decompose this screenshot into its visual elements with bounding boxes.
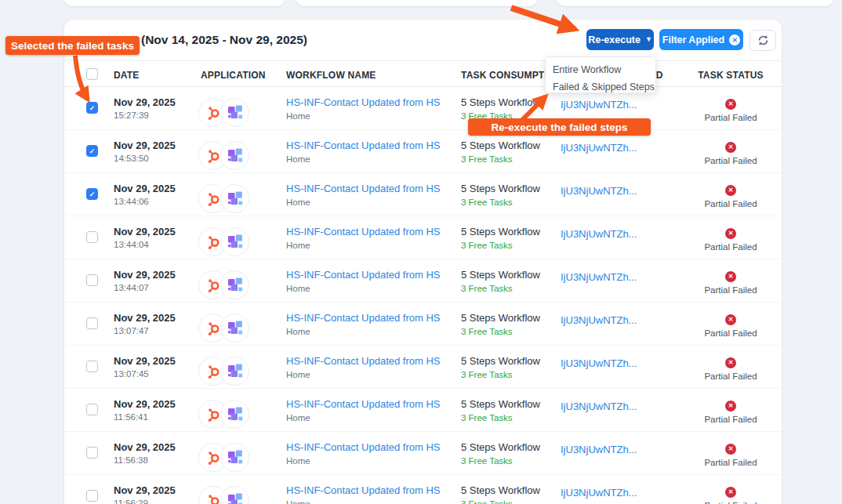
workflow-name-link[interactable]: HS-INF-Contact Updated from HS bbox=[286, 183, 441, 194]
time-text: 11:56:41 bbox=[114, 412, 176, 422]
task-status-cell: ✕ Partial Failed bbox=[691, 354, 770, 381]
task-status-cell: ✕ Partial Failed bbox=[691, 483, 770, 504]
divider bbox=[64, 60, 782, 61]
task-id-link[interactable]: IjU3NjUwNTZh... bbox=[561, 444, 637, 455]
failed-x-icon: ✕ bbox=[725, 142, 736, 153]
workflow-name-link[interactable]: HS-INF-Contact Updated from HS bbox=[286, 96, 441, 108]
date-cell: Nov 29, 2025 13:07:45 bbox=[114, 355, 176, 379]
status-label: Partial Failed bbox=[691, 372, 770, 381]
re-execute-label: Re-execute bbox=[588, 34, 641, 45]
workflow-folder: Home bbox=[286, 499, 441, 504]
task-status-cell: ✕ Partial Failed bbox=[691, 267, 770, 295]
row-checkbox[interactable] bbox=[86, 404, 98, 415]
workflow-name-link[interactable]: HS-INF-Contact Updated from HS bbox=[286, 398, 441, 410]
task-id-link[interactable]: IjU3NjUwNTZh... bbox=[561, 142, 637, 154]
task-id-link[interactable]: IjU3NjUwNTZh... bbox=[561, 401, 637, 412]
date-cell: Nov 29, 2025 11:56:41 bbox=[114, 398, 176, 422]
table-row: Nov 29, 2025 11:56:41 bbox=[64, 389, 782, 432]
task-id-link[interactable]: IjU3NjUwNTZh... bbox=[561, 487, 637, 499]
task-consumption-cell: 5 Steps Workflow 3 Free Tasks bbox=[461, 140, 540, 164]
workflow-name-link[interactable]: HS-INF-Contact Updated from HS bbox=[286, 226, 441, 237]
task-status-cell: ✕ Partial Failed bbox=[691, 397, 770, 424]
table-body: ✓ Nov 29, 2025 15:27:39 bbox=[64, 87, 782, 504]
application-cell bbox=[198, 141, 249, 170]
select-all-checkbox[interactable] bbox=[86, 68, 98, 80]
task-id-link[interactable]: IjU3NjUwNTZh... bbox=[561, 228, 637, 240]
workflow-name-link[interactable]: HS-INF-Contact Updated from HS bbox=[286, 441, 441, 453]
header-application: APPLICATION bbox=[201, 70, 266, 81]
status-label: Partial Failed bbox=[691, 458, 770, 467]
task-consumption-cell: 5 Steps Workflow 3 Free Tasks bbox=[461, 269, 540, 293]
table-row: Nov 29, 2025 11:56:29 bbox=[64, 475, 782, 504]
pixel-blocks-app-icon bbox=[220, 98, 249, 127]
filter-applied-button[interactable]: Filter Applied ✕ bbox=[659, 29, 743, 50]
row-checkbox[interactable]: ✓ bbox=[86, 102, 98, 114]
caret-down-icon: ▼ bbox=[645, 36, 652, 43]
header-task-status: TASK STATUS bbox=[691, 70, 770, 81]
workflow-folder: Home bbox=[286, 111, 441, 121]
filter-applied-label: Filter Applied bbox=[662, 34, 724, 45]
row-checkbox[interactable] bbox=[86, 490, 98, 502]
workflow-cell: HS-INF-Contact Updated from HS Home bbox=[286, 441, 441, 466]
date-range-title: (Nov 14, 2025 - Nov 29, 2025) bbox=[141, 33, 307, 47]
workflow-name-link[interactable]: HS-INF-Contact Updated from HS bbox=[286, 312, 441, 324]
free-tasks-text: 3 Free Tasks bbox=[461, 499, 540, 504]
date-cell: Nov 29, 2025 11:56:29 bbox=[114, 484, 176, 504]
task-consumption-cell: 5 Steps Workflow 3 Free Tasks bbox=[461, 226, 540, 250]
date-text: Nov 29, 2025 bbox=[114, 398, 176, 410]
pixel-blocks-app-icon bbox=[220, 270, 249, 299]
workflow-name-link[interactable]: HS-INF-Contact Updated from HS bbox=[286, 484, 441, 496]
failed-x-icon: ✕ bbox=[725, 444, 736, 455]
table-row: Nov 29, 2025 13:07:45 bbox=[64, 346, 782, 389]
status-label: Partial Failed bbox=[691, 199, 770, 208]
date-cell: Nov 29, 2025 15:27:39 bbox=[114, 96, 176, 120]
row-checkbox[interactable] bbox=[86, 274, 98, 286]
task-id-link[interactable]: IjU3NjUwNTZh... bbox=[561, 271, 637, 283]
re-execute-button[interactable]: Re-execute ▼ bbox=[586, 29, 654, 50]
row-checkbox[interactable]: ✓ bbox=[86, 145, 98, 157]
row-checkbox[interactable] bbox=[86, 231, 98, 243]
workflow-name-link[interactable]: HS-INF-Contact Updated from HS bbox=[286, 355, 441, 367]
status-label: Partial Failed bbox=[691, 156, 770, 165]
free-tasks-text: 3 Free Tasks bbox=[461, 154, 540, 164]
time-text: 11:56:38 bbox=[114, 455, 176, 465]
workflow-folder: Home bbox=[286, 198, 441, 207]
date-text: Nov 29, 2025 bbox=[114, 484, 176, 496]
failed-x-icon: ✕ bbox=[725, 357, 736, 368]
pixel-blocks-app-icon bbox=[220, 357, 249, 386]
workflow-name-link[interactable]: HS-INF-Contact Updated from HS bbox=[286, 269, 441, 281]
row-checkbox[interactable] bbox=[86, 361, 98, 372]
task-consumption-cell: 5 Steps Workflow 3 Free Tasks bbox=[461, 484, 540, 504]
task-status-cell: ✕ Partial Failed bbox=[691, 181, 770, 208]
status-label: Partial Failed bbox=[691, 415, 770, 424]
steps-text: 5 Steps Workflow bbox=[461, 398, 540, 410]
table-row: Nov 29, 2025 13:07:47 bbox=[64, 303, 782, 346]
task-id-link[interactable]: IjU3NjUwNTZh... bbox=[561, 357, 637, 369]
steps-text: 5 Steps Workflow bbox=[461, 441, 540, 453]
row-checkbox[interactable]: ✓ bbox=[86, 188, 98, 200]
table-header: DATE APPLICATION WORKFLOW NAME TASK CONS… bbox=[64, 64, 782, 87]
clear-filter-icon[interactable]: ✕ bbox=[729, 34, 740, 45]
menu-item-entire-workflow[interactable]: Entire Workflow bbox=[546, 61, 655, 78]
status-label: Partial Failed bbox=[691, 328, 770, 338]
pixel-blocks-app-icon bbox=[220, 486, 249, 504]
steps-text: 5 Steps Workflow bbox=[461, 312, 540, 324]
menu-item-failed-skipped-steps[interactable]: Failed & Skipped Steps bbox=[546, 78, 655, 96]
time-text: 13:44:04 bbox=[114, 240, 176, 249]
date-text: Nov 29, 2025 bbox=[114, 226, 176, 237]
workflow-name-link[interactable]: HS-INF-Contact Updated from HS bbox=[286, 140, 441, 151]
row-checkbox[interactable] bbox=[86, 447, 98, 459]
application-cell bbox=[198, 486, 249, 504]
table-row: ✓ Nov 29, 2025 13:44:06 bbox=[64, 173, 782, 216]
row-checkbox[interactable] bbox=[86, 317, 98, 329]
refresh-button[interactable] bbox=[749, 30, 776, 51]
free-tasks-text: 3 Free Tasks bbox=[461, 370, 540, 379]
task-status-cell: ✕ Partial Failed bbox=[691, 224, 770, 252]
top-card-right bbox=[557, 0, 833, 6]
workflow-folder: Home bbox=[286, 154, 441, 164]
task-id-link[interactable]: IjU3NjUwNTZh... bbox=[561, 99, 637, 111]
task-id-link[interactable]: IjU3NjUwNTZh... bbox=[561, 314, 637, 326]
task-id-link[interactable]: IjU3NjUwNTZh... bbox=[561, 185, 637, 197]
free-tasks-text: 3 Free Tasks bbox=[461, 413, 540, 422]
status-label: Partial Failed bbox=[691, 242, 770, 252]
